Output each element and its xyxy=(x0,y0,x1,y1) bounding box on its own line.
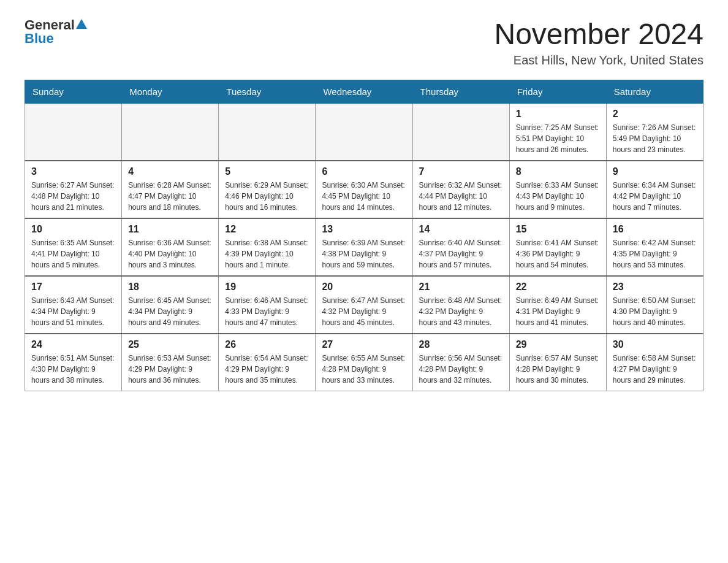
day-number: 21 xyxy=(419,282,503,293)
logo-general-text: General xyxy=(25,18,75,32)
day-info: Sunrise: 6:33 AM Sunset: 4:43 PM Dayligh… xyxy=(516,180,600,213)
calendar-cell: 2Sunrise: 7:26 AM Sunset: 5:49 PM Daylig… xyxy=(606,103,703,161)
day-number: 27 xyxy=(322,339,406,350)
calendar-cell: 5Sunrise: 6:29 AM Sunset: 4:46 PM Daylig… xyxy=(219,161,316,218)
calendar-cell xyxy=(316,103,412,161)
calendar-cell: 21Sunrise: 6:48 AM Sunset: 4:32 PM Dayli… xyxy=(412,276,509,334)
day-info: Sunrise: 6:51 AM Sunset: 4:30 PM Dayligh… xyxy=(31,353,115,386)
calendar-cell: 15Sunrise: 6:41 AM Sunset: 4:36 PM Dayli… xyxy=(509,218,606,276)
day-info: Sunrise: 6:32 AM Sunset: 4:44 PM Dayligh… xyxy=(419,180,503,213)
day-info: Sunrise: 6:50 AM Sunset: 4:30 PM Dayligh… xyxy=(613,295,697,328)
calendar-cell: 7Sunrise: 6:32 AM Sunset: 4:44 PM Daylig… xyxy=(412,161,509,218)
weekday-header-thursday: Thursday xyxy=(412,80,509,103)
weekday-header-sunday: Sunday xyxy=(25,80,122,103)
day-info: Sunrise: 6:29 AM Sunset: 4:46 PM Dayligh… xyxy=(225,180,309,213)
calendar-cell: 14Sunrise: 6:40 AM Sunset: 4:37 PM Dayli… xyxy=(412,218,509,276)
calendar-week-3: 10Sunrise: 6:35 AM Sunset: 4:41 PM Dayli… xyxy=(25,218,703,276)
calendar-body: 1Sunrise: 7:25 AM Sunset: 5:51 PM Daylig… xyxy=(25,103,703,391)
calendar-cell: 6Sunrise: 6:30 AM Sunset: 4:45 PM Daylig… xyxy=(316,161,412,218)
day-info: Sunrise: 6:46 AM Sunset: 4:33 PM Dayligh… xyxy=(225,295,309,328)
calendar-cell: 22Sunrise: 6:49 AM Sunset: 4:31 PM Dayli… xyxy=(509,276,606,334)
day-info: Sunrise: 6:41 AM Sunset: 4:36 PM Dayligh… xyxy=(516,237,600,270)
day-info: Sunrise: 6:28 AM Sunset: 4:47 PM Dayligh… xyxy=(128,180,212,213)
day-number: 3 xyxy=(31,166,115,177)
day-number: 28 xyxy=(419,339,503,350)
day-info: Sunrise: 6:57 AM Sunset: 4:28 PM Dayligh… xyxy=(516,353,600,386)
day-number: 30 xyxy=(613,339,697,350)
calendar-cell: 28Sunrise: 6:56 AM Sunset: 4:28 PM Dayli… xyxy=(412,334,509,391)
weekday-header-friday: Friday xyxy=(509,80,606,103)
day-number: 5 xyxy=(225,166,309,177)
day-number: 1 xyxy=(516,109,600,120)
day-number: 20 xyxy=(322,282,406,293)
day-number: 9 xyxy=(613,166,697,177)
day-number: 18 xyxy=(128,282,212,293)
weekday-header-monday: Monday xyxy=(122,80,219,103)
calendar-cell xyxy=(412,103,509,161)
day-number: 12 xyxy=(225,224,309,235)
calendar-cell: 12Sunrise: 6:38 AM Sunset: 4:39 PM Dayli… xyxy=(219,218,316,276)
day-info: Sunrise: 6:54 AM Sunset: 4:29 PM Dayligh… xyxy=(225,353,309,386)
day-number: 16 xyxy=(613,224,697,235)
day-info: Sunrise: 6:40 AM Sunset: 4:37 PM Dayligh… xyxy=(419,237,503,270)
day-info: Sunrise: 6:56 AM Sunset: 4:28 PM Dayligh… xyxy=(419,353,503,386)
day-info: Sunrise: 6:49 AM Sunset: 4:31 PM Dayligh… xyxy=(516,295,600,328)
page-header: General Blue November 2024 East Hills, N… xyxy=(25,18,703,67)
day-number: 29 xyxy=(516,339,600,350)
day-info: Sunrise: 7:26 AM Sunset: 5:49 PM Dayligh… xyxy=(613,122,697,155)
calendar-week-5: 24Sunrise: 6:51 AM Sunset: 4:30 PM Dayli… xyxy=(25,334,703,391)
calendar-cell: 23Sunrise: 6:50 AM Sunset: 4:30 PM Dayli… xyxy=(606,276,703,334)
weekday-header-saturday: Saturday xyxy=(606,80,703,103)
day-number: 6 xyxy=(322,166,406,177)
day-number: 11 xyxy=(128,224,212,235)
calendar-cell: 1Sunrise: 7:25 AM Sunset: 5:51 PM Daylig… xyxy=(509,103,606,161)
calendar-subtitle: East Hills, New York, United States xyxy=(494,53,703,67)
logo: General Blue xyxy=(25,18,87,45)
day-info: Sunrise: 6:38 AM Sunset: 4:39 PM Dayligh… xyxy=(225,237,309,270)
day-info: Sunrise: 6:27 AM Sunset: 4:48 PM Dayligh… xyxy=(31,180,115,213)
day-number: 7 xyxy=(419,166,503,177)
day-info: Sunrise: 6:42 AM Sunset: 4:35 PM Dayligh… xyxy=(613,237,697,270)
calendar-cell: 20Sunrise: 6:47 AM Sunset: 4:32 PM Dayli… xyxy=(316,276,412,334)
day-number: 15 xyxy=(516,224,600,235)
calendar-cell: 11Sunrise: 6:36 AM Sunset: 4:40 PM Dayli… xyxy=(122,218,219,276)
logo-triangle-icon xyxy=(76,19,87,29)
day-number: 26 xyxy=(225,339,309,350)
calendar-cell: 4Sunrise: 6:28 AM Sunset: 4:47 PM Daylig… xyxy=(122,161,219,218)
calendar-cell: 19Sunrise: 6:46 AM Sunset: 4:33 PM Dayli… xyxy=(219,276,316,334)
day-number: 14 xyxy=(419,224,503,235)
day-number: 10 xyxy=(31,224,115,235)
calendar-week-1: 1Sunrise: 7:25 AM Sunset: 5:51 PM Daylig… xyxy=(25,103,703,161)
weekday-header-tuesday: Tuesday xyxy=(219,80,316,103)
day-number: 8 xyxy=(516,166,600,177)
day-number: 22 xyxy=(516,282,600,293)
day-info: Sunrise: 6:35 AM Sunset: 4:41 PM Dayligh… xyxy=(31,237,115,270)
calendar-cell: 9Sunrise: 6:34 AM Sunset: 4:42 PM Daylig… xyxy=(606,161,703,218)
calendar-cell: 29Sunrise: 6:57 AM Sunset: 4:28 PM Dayli… xyxy=(509,334,606,391)
weekday-header-wednesday: Wednesday xyxy=(316,80,412,103)
day-number: 23 xyxy=(613,282,697,293)
day-info: Sunrise: 7:25 AM Sunset: 5:51 PM Dayligh… xyxy=(516,122,600,155)
calendar-cell xyxy=(122,103,219,161)
day-number: 13 xyxy=(322,224,406,235)
calendar-cell: 8Sunrise: 6:33 AM Sunset: 4:43 PM Daylig… xyxy=(509,161,606,218)
day-number: 24 xyxy=(31,339,115,350)
calendar-title: November 2024 xyxy=(494,18,703,51)
calendar-cell: 17Sunrise: 6:43 AM Sunset: 4:34 PM Dayli… xyxy=(25,276,122,334)
day-info: Sunrise: 6:48 AM Sunset: 4:32 PM Dayligh… xyxy=(419,295,503,328)
calendar-cell xyxy=(25,103,122,161)
day-info: Sunrise: 6:55 AM Sunset: 4:28 PM Dayligh… xyxy=(322,353,406,386)
day-info: Sunrise: 6:45 AM Sunset: 4:34 PM Dayligh… xyxy=(128,295,212,328)
calendar-table: SundayMondayTuesdayWednesdayThursdayFrid… xyxy=(25,80,703,391)
calendar-cell: 24Sunrise: 6:51 AM Sunset: 4:30 PM Dayli… xyxy=(25,334,122,391)
day-number: 19 xyxy=(225,282,309,293)
day-info: Sunrise: 6:39 AM Sunset: 4:38 PM Dayligh… xyxy=(322,237,406,270)
day-info: Sunrise: 6:53 AM Sunset: 4:29 PM Dayligh… xyxy=(128,353,212,386)
day-info: Sunrise: 6:30 AM Sunset: 4:45 PM Dayligh… xyxy=(322,180,406,213)
title-area: November 2024 East Hills, New York, Unit… xyxy=(494,18,703,67)
calendar-cell: 16Sunrise: 6:42 AM Sunset: 4:35 PM Dayli… xyxy=(606,218,703,276)
calendar-week-4: 17Sunrise: 6:43 AM Sunset: 4:34 PM Dayli… xyxy=(25,276,703,334)
calendar-cell: 30Sunrise: 6:58 AM Sunset: 4:27 PM Dayli… xyxy=(606,334,703,391)
weekday-row: SundayMondayTuesdayWednesdayThursdayFrid… xyxy=(25,80,703,103)
calendar-cell: 25Sunrise: 6:53 AM Sunset: 4:29 PM Dayli… xyxy=(122,334,219,391)
